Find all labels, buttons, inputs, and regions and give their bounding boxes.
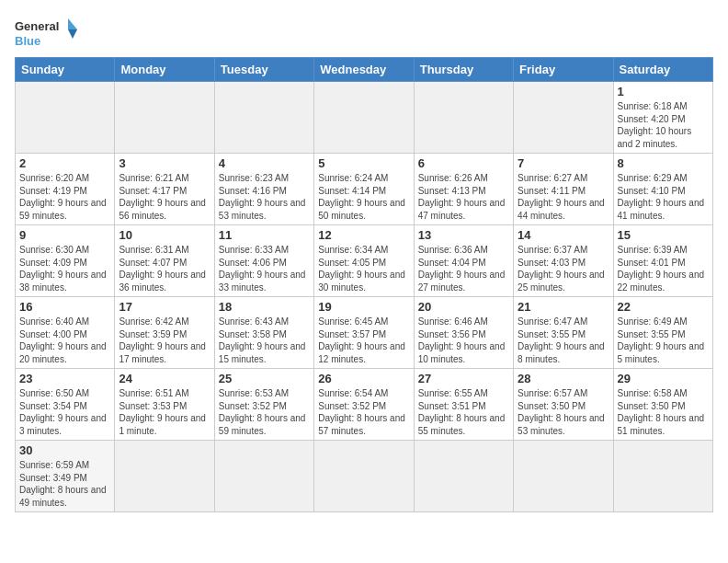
day-info: Sunrise: 6:53 AM Sunset: 3:52 PM Dayligh… (219, 387, 310, 437)
day-info: Sunrise: 6:40 AM Sunset: 4:00 PM Dayligh… (19, 316, 110, 365)
day-number: 28 (518, 372, 609, 385)
week-row-4: 16Sunrise: 6:40 AM Sunset: 4:00 PM Dayli… (16, 297, 713, 369)
day-info: Sunrise: 6:45 AM Sunset: 3:57 PM Dayligh… (318, 316, 409, 365)
day-cell (414, 441, 513, 512)
week-row-1: 1Sunrise: 6:18 AM Sunset: 4:20 PM Daylig… (16, 82, 713, 154)
day-cell: 12Sunrise: 6:34 AM Sunset: 4:05 PM Dayli… (314, 225, 414, 297)
day-cell: 17Sunrise: 6:42 AM Sunset: 3:59 PM Dayli… (115, 297, 214, 369)
day-info: Sunrise: 6:58 AM Sunset: 3:50 PM Dayligh… (618, 387, 709, 437)
day-info: Sunrise: 6:21 AM Sunset: 4:17 PM Dayligh… (119, 172, 210, 222)
day-cell: 15Sunrise: 6:39 AM Sunset: 4:01 PM Dayli… (613, 225, 712, 297)
day-cell: 27Sunrise: 6:55 AM Sunset: 3:51 PM Dayli… (414, 369, 513, 441)
day-info: Sunrise: 6:54 AM Sunset: 3:52 PM Dayligh… (318, 387, 409, 437)
day-info: Sunrise: 6:50 AM Sunset: 3:54 PM Dayligh… (19, 387, 110, 437)
day-number: 16 (19, 300, 110, 314)
day-info: Sunrise: 6:23 AM Sunset: 4:16 PM Dayligh… (219, 172, 310, 222)
svg-text:General: General (15, 19, 59, 33)
weekday-header-tuesday: Tuesday (214, 58, 313, 82)
day-number: 2 (19, 156, 110, 170)
day-info: Sunrise: 6:31 AM Sunset: 4:07 PM Dayligh… (119, 244, 210, 293)
day-number: 15 (618, 228, 709, 242)
day-cell: 9Sunrise: 6:30 AM Sunset: 4:09 PM Daylig… (16, 225, 115, 297)
day-number: 19 (318, 300, 409, 314)
day-cell: 20Sunrise: 6:46 AM Sunset: 3:56 PM Dayli… (414, 297, 513, 369)
day-number: 24 (119, 372, 210, 385)
day-cell: 10Sunrise: 6:31 AM Sunset: 4:07 PM Dayli… (115, 225, 214, 297)
weekday-header-wednesday: Wednesday (314, 58, 414, 82)
day-cell (414, 82, 513, 154)
day-cell: 11Sunrise: 6:33 AM Sunset: 4:06 PM Dayli… (214, 225, 313, 297)
day-number: 1 (618, 85, 709, 98)
day-number: 29 (618, 372, 709, 385)
day-cell: 4Sunrise: 6:23 AM Sunset: 4:16 PM Daylig… (214, 154, 313, 225)
day-cell: 2Sunrise: 6:20 AM Sunset: 4:19 PM Daylig… (16, 154, 115, 225)
week-row-6: 30Sunrise: 6:59 AM Sunset: 3:49 PM Dayli… (16, 441, 713, 512)
day-cell: 5Sunrise: 6:24 AM Sunset: 4:14 PM Daylig… (314, 154, 414, 225)
logo-svg: General Blue (15, 15, 79, 52)
day-number: 27 (418, 372, 509, 385)
day-number: 11 (219, 228, 310, 242)
day-cell: 16Sunrise: 6:40 AM Sunset: 4:00 PM Dayli… (16, 297, 115, 369)
day-info: Sunrise: 6:39 AM Sunset: 4:01 PM Dayligh… (618, 244, 709, 293)
day-cell (214, 82, 313, 154)
day-info: Sunrise: 6:47 AM Sunset: 3:55 PM Dayligh… (518, 316, 609, 365)
day-number: 7 (518, 156, 609, 170)
day-number: 9 (19, 228, 110, 242)
day-cell: 18Sunrise: 6:43 AM Sunset: 3:58 PM Dayli… (214, 297, 313, 369)
day-info: Sunrise: 6:57 AM Sunset: 3:50 PM Dayligh… (518, 387, 609, 437)
day-cell (613, 441, 712, 512)
calendar: SundayMondayTuesdayWednesdayThursdayFrid… (15, 57, 713, 512)
logo: General Blue (15, 15, 79, 52)
day-info: Sunrise: 6:24 AM Sunset: 4:14 PM Dayligh… (318, 172, 409, 222)
day-cell (314, 441, 414, 512)
day-cell: 29Sunrise: 6:58 AM Sunset: 3:50 PM Dayli… (613, 369, 712, 441)
day-number: 13 (418, 228, 509, 242)
day-info: Sunrise: 6:51 AM Sunset: 3:53 PM Dayligh… (119, 387, 210, 437)
week-row-5: 23Sunrise: 6:50 AM Sunset: 3:54 PM Dayli… (16, 369, 713, 441)
day-info: Sunrise: 6:29 AM Sunset: 4:10 PM Dayligh… (618, 172, 709, 222)
day-cell: 28Sunrise: 6:57 AM Sunset: 3:50 PM Dayli… (514, 369, 613, 441)
day-info: Sunrise: 6:49 AM Sunset: 3:55 PM Dayligh… (618, 316, 709, 365)
day-cell: 19Sunrise: 6:45 AM Sunset: 3:57 PM Dayli… (314, 297, 414, 369)
day-number: 23 (19, 372, 110, 385)
day-cell: 25Sunrise: 6:53 AM Sunset: 3:52 PM Dayli… (214, 369, 313, 441)
day-info: Sunrise: 6:33 AM Sunset: 4:06 PM Dayligh… (219, 244, 310, 293)
day-number: 20 (418, 300, 509, 314)
day-info: Sunrise: 6:37 AM Sunset: 4:03 PM Dayligh… (518, 244, 609, 293)
day-number: 21 (518, 300, 609, 314)
day-info: Sunrise: 6:27 AM Sunset: 4:11 PM Dayligh… (518, 172, 609, 222)
weekday-header-saturday: Saturday (613, 58, 712, 82)
week-row-3: 9Sunrise: 6:30 AM Sunset: 4:09 PM Daylig… (16, 225, 713, 297)
day-info: Sunrise: 6:26 AM Sunset: 4:13 PM Dayligh… (418, 172, 509, 222)
day-cell: 22Sunrise: 6:49 AM Sunset: 3:55 PM Dayli… (613, 297, 712, 369)
day-number: 22 (618, 300, 709, 314)
day-number: 3 (119, 156, 210, 170)
day-cell: 6Sunrise: 6:26 AM Sunset: 4:13 PM Daylig… (414, 154, 513, 225)
day-cell: 30Sunrise: 6:59 AM Sunset: 3:49 PM Dayli… (16, 441, 115, 512)
day-info: Sunrise: 6:59 AM Sunset: 3:49 PM Dayligh… (19, 459, 110, 509)
day-number: 30 (19, 443, 110, 457)
day-cell: 7Sunrise: 6:27 AM Sunset: 4:11 PM Daylig… (514, 154, 613, 225)
day-cell (16, 82, 115, 154)
day-cell: 24Sunrise: 6:51 AM Sunset: 3:53 PM Dayli… (115, 369, 214, 441)
day-cell (115, 441, 214, 512)
day-cell (314, 82, 414, 154)
day-info: Sunrise: 6:46 AM Sunset: 3:56 PM Dayligh… (418, 316, 509, 365)
svg-text:Blue: Blue (15, 34, 40, 48)
day-number: 25 (219, 372, 310, 385)
day-cell: 1Sunrise: 6:18 AM Sunset: 4:20 PM Daylig… (613, 82, 712, 154)
day-number: 8 (618, 156, 709, 170)
weekday-header-monday: Monday (115, 58, 214, 82)
weekday-header-sunday: Sunday (16, 58, 115, 82)
page-header: General Blue (15, 15, 713, 52)
day-info: Sunrise: 6:36 AM Sunset: 4:04 PM Dayligh… (418, 244, 509, 293)
day-cell: 13Sunrise: 6:36 AM Sunset: 4:04 PM Dayli… (414, 225, 513, 297)
weekday-header-thursday: Thursday (414, 58, 513, 82)
svg-marker-3 (68, 29, 77, 39)
week-row-2: 2Sunrise: 6:20 AM Sunset: 4:19 PM Daylig… (16, 154, 713, 225)
day-info: Sunrise: 6:43 AM Sunset: 3:58 PM Dayligh… (219, 316, 310, 365)
day-info: Sunrise: 6:18 AM Sunset: 4:20 PM Dayligh… (618, 100, 709, 150)
day-cell: 14Sunrise: 6:37 AM Sunset: 4:03 PM Dayli… (514, 225, 613, 297)
day-number: 26 (318, 372, 409, 385)
svg-marker-2 (68, 18, 77, 29)
